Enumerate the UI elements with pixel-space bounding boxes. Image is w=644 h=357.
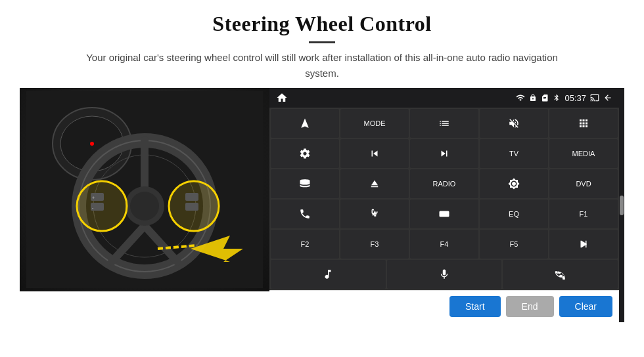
bluetooth-icon <box>553 94 561 102</box>
grid-f3[interactable]: F3 <box>340 230 409 259</box>
grid-navigate[interactable] <box>271 109 339 138</box>
steering-bg: + - <box>20 88 269 291</box>
grid-f2[interactable]: F2 <box>271 230 339 259</box>
status-left <box>276 92 288 104</box>
f2-label: F2 <box>301 240 310 248</box>
grid-f5[interactable]: F5 <box>480 230 548 259</box>
android-panel: 05:37 <box>269 88 619 290</box>
cast-icon <box>590 93 599 102</box>
grid-eject[interactable] <box>340 169 409 198</box>
grid-rectangle[interactable] <box>410 200 478 228</box>
scrollbar-thumb <box>620 196 624 215</box>
button-grid: MODE <box>269 108 619 260</box>
grid-tv[interactable]: TV <box>480 139 548 168</box>
grid-settings[interactable] <box>271 139 339 168</box>
android-panel-container: 05:37 <box>269 88 619 322</box>
mode-label: MODE <box>364 119 386 127</box>
sim-icon <box>541 94 549 102</box>
svg-text:/: / <box>561 272 563 276</box>
radio-label: RADIO <box>433 180 456 188</box>
dvd-label: DVD <box>576 180 591 188</box>
f4-label: F4 <box>440 240 449 248</box>
grid-prev[interactable] <box>340 139 409 168</box>
phone-call-icon: / <box>553 268 568 280</box>
grid-f4[interactable]: F4 <box>410 230 478 259</box>
svg-text:+: + <box>92 196 95 200</box>
svg-point-3 <box>90 142 94 146</box>
home-icon[interactable] <box>276 92 288 104</box>
grid-radio[interactable]: RADIO <box>410 169 478 198</box>
grid-apps[interactable] <box>549 109 618 138</box>
bottom-row: / <box>269 260 619 290</box>
eq-label: EQ <box>509 210 519 218</box>
svg-rect-18 <box>185 193 198 201</box>
grid-f1[interactable]: F1 <box>549 200 618 228</box>
start-button[interactable]: Start <box>449 296 501 317</box>
grid-swipe[interactable] <box>340 200 409 228</box>
title-section: Steering Wheel Control Your original car… <box>72 12 572 81</box>
grid-phone-call[interactable]: / <box>503 260 618 289</box>
car-image: + - <box>20 88 269 291</box>
lock-icon <box>529 94 537 102</box>
grid-dvd[interactable]: DVD <box>549 169 618 198</box>
page-subtitle: Your original car's steering wheel contr… <box>72 50 572 81</box>
grid-eq[interactable]: EQ <box>480 200 548 228</box>
grid-mute[interactable] <box>480 109 548 138</box>
page-container: Steering Wheel Control Your original car… <box>0 0 644 357</box>
grid-next[interactable] <box>410 139 478 168</box>
grid-phone[interactable] <box>271 200 339 228</box>
grid-media[interactable]: MEDIA <box>549 139 618 168</box>
tv-label: TV <box>509 150 518 158</box>
wifi-icon <box>516 93 525 102</box>
grid-mic[interactable] <box>387 260 502 289</box>
media-label: MEDIA <box>572 150 595 158</box>
music-icon <box>322 268 334 280</box>
grid-play-pause[interactable] <box>549 230 618 259</box>
title-divider <box>309 41 335 43</box>
clear-button[interactable]: Clear <box>559 296 612 317</box>
f1-label: F1 <box>580 210 588 218</box>
grid-brightness[interactable] <box>480 169 548 198</box>
bottom-section: + - <box>20 88 624 322</box>
grid-360[interactable] <box>271 169 339 198</box>
f5-label: F5 <box>510 240 518 248</box>
end-button[interactable]: End <box>506 296 554 317</box>
status-bar: 05:37 <box>269 88 619 108</box>
svg-rect-19 <box>185 203 198 211</box>
svg-point-11 <box>130 192 159 220</box>
grid-music[interactable] <box>271 260 386 289</box>
mic-icon <box>438 268 450 280</box>
time-display: 05:37 <box>564 93 586 103</box>
steering-wheel-svg: + - <box>26 91 263 288</box>
grid-list[interactable] <box>410 109 478 138</box>
action-buttons-container: Start End Clear <box>269 290 619 322</box>
grid-mode[interactable]: MODE <box>340 109 409 138</box>
scrollbar[interactable] <box>619 88 624 322</box>
status-right: 05:37 <box>516 93 612 103</box>
svg-rect-22 <box>440 211 449 217</box>
f3-label: F3 <box>371 240 379 248</box>
back-icon[interactable] <box>603 93 612 102</box>
page-title: Steering Wheel Control <box>72 12 572 36</box>
